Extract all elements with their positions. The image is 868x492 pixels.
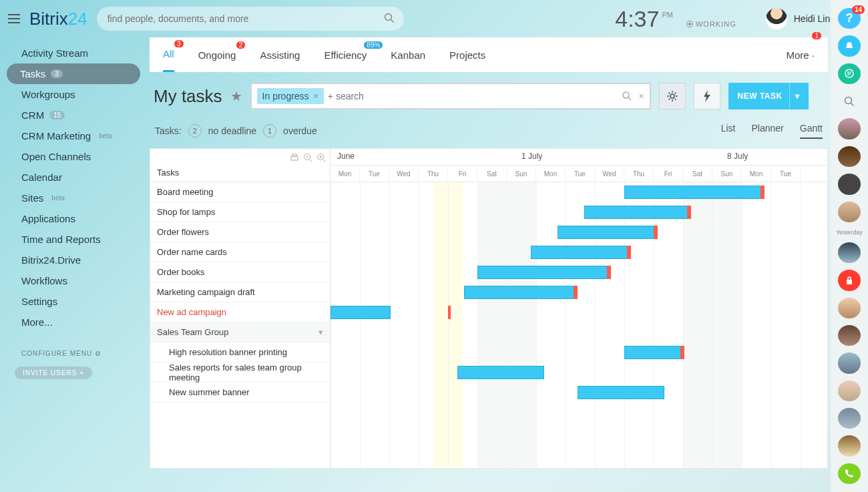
global-search-input[interactable] (97, 7, 404, 31)
svg-rect-4 (292, 154, 296, 156)
gantt-bar[interactable] (624, 186, 765, 199)
rail-avatar[interactable] (838, 174, 861, 194)
rail-avatar[interactable] (838, 202, 861, 222)
star-icon[interactable]: ★ (230, 88, 242, 104)
sidebar-item-time-and-reports[interactable]: Time and Reports (0, 229, 147, 250)
tab-projects[interactable]: Projects (449, 39, 485, 71)
day-header: Mon (742, 166, 771, 182)
print-icon[interactable] (290, 153, 299, 162)
view-planner[interactable]: Planner (751, 123, 783, 139)
search-icon[interactable] (622, 91, 632, 101)
lock-icon[interactable] (838, 270, 861, 290)
clock-widget[interactable]: 4:37 PM WORKING (615, 6, 736, 32)
task-group-row[interactable]: Sales Team Group▾ (150, 322, 330, 342)
sidebar-item-crm-marketing[interactable]: CRM Marketingbeta (0, 126, 147, 146)
sidebar-item-more-[interactable]: More... (0, 312, 147, 332)
sidebar-item-open-channels[interactable]: Open Channels (0, 146, 147, 167)
tab-all[interactable]: All3 (163, 37, 174, 72)
tab-assisting[interactable]: Assisting (260, 39, 300, 71)
search-icon[interactable] (384, 13, 395, 23)
status-text: overdue (283, 126, 317, 136)
task-row[interactable]: New ad campaign (150, 302, 330, 322)
sidebar-item-bitrix24-drive[interactable]: Bitrix24.Drive (0, 250, 147, 270)
view-list[interactable]: List (721, 123, 736, 139)
sidebar-item-tasks[interactable]: Tasks3 (7, 63, 140, 84)
rail-avatar[interactable] (838, 381, 861, 401)
sidebar-item-workgroups[interactable]: Workgroups (0, 84, 147, 105)
task-row[interactable]: Board meeting (150, 182, 330, 202)
gantt-bars-area[interactable] (331, 182, 827, 469)
brand-logo[interactable]: Bitrix24 (29, 9, 87, 29)
task-row[interactable]: New summer banner (150, 383, 330, 403)
page-title: My tasks (154, 86, 222, 107)
task-row[interactable]: Order books (150, 262, 330, 282)
chevron-down-icon[interactable]: ▾ (318, 327, 323, 337)
tab-efficiency[interactable]: Efficiency89% (324, 39, 367, 71)
day-header: Fri (654, 166, 683, 182)
sidebar-item-crm[interactable]: CRM15 (0, 105, 147, 126)
clock-time: 4:37 (615, 6, 659, 32)
gantt-bar[interactable] (531, 246, 631, 259)
gantt-bar[interactable] (331, 306, 391, 319)
chip-remove-icon[interactable]: × (313, 91, 318, 101)
new-task-button[interactable]: NEW TASK▾ (728, 83, 809, 109)
task-row[interactable]: Order name cards (150, 242, 330, 262)
sidebar-item-activity-stream[interactable]: Activity Stream (0, 43, 147, 63)
gantt-bar[interactable] (584, 206, 691, 219)
task-row[interactable]: Order flowers (150, 222, 330, 242)
new-task-dropdown[interactable]: ▾ (789, 83, 800, 109)
gantt-bar[interactable] (477, 266, 611, 279)
filter-search-input[interactable] (328, 91, 616, 101)
task-row[interactable]: High resolution banner printing (150, 342, 330, 362)
filter-box[interactable]: In progress× × (250, 83, 651, 109)
rail-avatar[interactable] (838, 242, 861, 263)
tab-more[interactable]: More ·1 (786, 39, 815, 71)
rail-avatar[interactable] (838, 435, 861, 456)
gantt-bar[interactable] (558, 226, 658, 239)
sidebar-item-sites[interactable]: Sitesbeta (0, 188, 147, 208)
settings-button[interactable] (659, 83, 686, 109)
configure-menu[interactable]: CONFIGURE MENU ⚙ (0, 346, 147, 361)
gear-icon: ⚙ (95, 350, 101, 357)
rail-search-icon[interactable] (838, 91, 861, 111)
rail-avatar[interactable] (838, 118, 861, 139)
help-button[interactable]: ?14 (838, 8, 861, 29)
sidebar-item-applications[interactable]: Applications (0, 208, 147, 229)
tab-ongoing[interactable]: Ongoing2 (198, 39, 236, 71)
view-gantt[interactable]: Gantt (800, 123, 823, 139)
chat-icon[interactable] (838, 63, 861, 84)
status-pill[interactable]: 2 (188, 124, 202, 138)
invite-users-button[interactable]: INVITE USERS + (15, 366, 92, 379)
gantt-bar[interactable] (457, 366, 544, 379)
avatar (766, 8, 787, 29)
zoom-in-icon[interactable] (316, 153, 326, 162)
filter-chip[interactable]: In progress× (257, 88, 324, 104)
phone-icon[interactable] (838, 463, 861, 484)
gantt-bar[interactable] (464, 286, 578, 299)
clear-filter-icon[interactable]: × (638, 91, 644, 101)
tab-kanban[interactable]: Kanban (391, 39, 425, 71)
task-row[interactable]: Shop for lamps (150, 202, 330, 222)
gantt-bar[interactable] (578, 386, 664, 399)
day-header: Mon (331, 166, 360, 182)
status-pill[interactable]: 1 (263, 124, 276, 138)
bell-icon[interactable] (838, 35, 861, 56)
sidebar-item-settings[interactable]: Settings (0, 291, 147, 312)
zoom-out-icon[interactable] (303, 153, 312, 162)
rail-avatar[interactable] (838, 325, 861, 346)
rail-avatar[interactable] (838, 408, 861, 429)
day-header: Thu (419, 166, 448, 182)
rail-avatar[interactable] (838, 298, 861, 318)
rail-avatar[interactable] (838, 146, 861, 167)
task-row[interactable]: Marketing campaign draft (150, 282, 330, 302)
task-row[interactable]: Sales reports for sales team group meeti… (150, 362, 330, 383)
sidebar-item-calendar[interactable]: Calendar (0, 167, 147, 188)
rail-avatar[interactable] (838, 352, 861, 373)
sidebar-item-workflows[interactable]: Workflows (0, 270, 147, 291)
tasks-column-header: Tasks (157, 168, 179, 178)
day-header: Fri (448, 166, 477, 182)
global-search[interactable] (97, 7, 404, 31)
gantt-bar[interactable] (624, 346, 684, 359)
hamburger-icon[interactable] (8, 14, 20, 23)
bolt-button[interactable] (694, 83, 720, 109)
